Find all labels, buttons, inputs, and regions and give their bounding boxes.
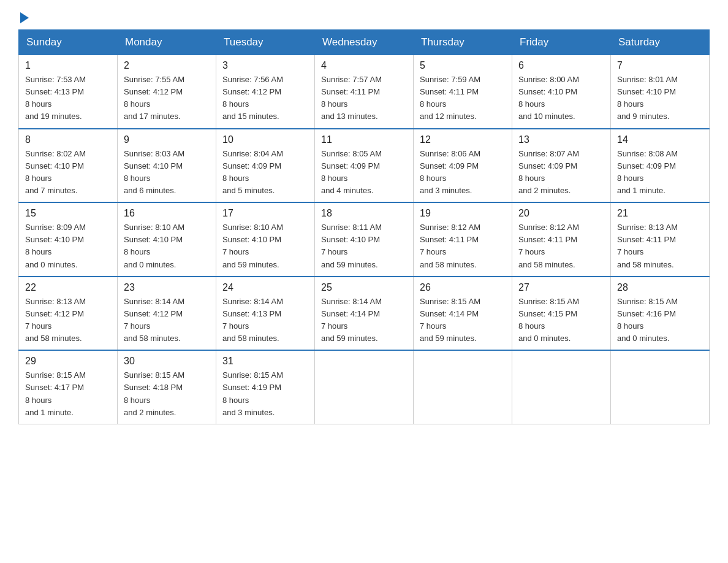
day-number: 3 bbox=[222, 60, 308, 71]
calendar-week-row: 8Sunrise: 8:02 AMSunset: 4:10 PM8 hoursa… bbox=[19, 129, 710, 203]
calendar-week-row: 29Sunrise: 8:15 AMSunset: 4:17 PM8 hours… bbox=[19, 350, 710, 424]
header-thursday: Thursday bbox=[414, 30, 512, 55]
day-info: Sunrise: 7:59 AMSunset: 4:11 PM8 hoursan… bbox=[420, 74, 506, 123]
day-number: 2 bbox=[124, 60, 210, 71]
calendar-cell: 8Sunrise: 8:02 AMSunset: 4:10 PM8 hoursa… bbox=[19, 129, 118, 203]
day-number: 23 bbox=[124, 282, 210, 293]
calendar-cell: 31Sunrise: 8:15 AMSunset: 4:19 PM8 hours… bbox=[216, 350, 315, 424]
day-number: 27 bbox=[518, 282, 604, 293]
calendar-cell: 7Sunrise: 8:01 AMSunset: 4:10 PM8 hoursa… bbox=[611, 55, 710, 129]
calendar-cell bbox=[315, 350, 414, 424]
day-info: Sunrise: 8:12 AMSunset: 4:11 PM7 hoursan… bbox=[420, 221, 506, 271]
day-info: Sunrise: 8:05 AMSunset: 4:09 PM8 hoursan… bbox=[321, 148, 407, 197]
calendar-cell: 10Sunrise: 8:04 AMSunset: 4:09 PM8 hours… bbox=[216, 129, 315, 203]
day-info: Sunrise: 8:14 AMSunset: 4:12 PM7 hoursan… bbox=[124, 296, 210, 345]
day-info: Sunrise: 8:13 AMSunset: 4:11 PM7 hoursan… bbox=[617, 221, 703, 271]
day-info: Sunrise: 8:07 AMSunset: 4:09 PM8 hoursan… bbox=[518, 148, 604, 197]
calendar-cell: 17Sunrise: 8:10 AMSunset: 4:10 PM7 hours… bbox=[216, 202, 315, 277]
calendar-cell: 11Sunrise: 8:05 AMSunset: 4:09 PM8 hours… bbox=[315, 129, 414, 203]
day-number: 4 bbox=[321, 60, 407, 71]
day-number: 28 bbox=[617, 282, 703, 293]
day-info: Sunrise: 7:53 AMSunset: 4:13 PM8 hoursan… bbox=[25, 74, 111, 123]
calendar-cell: 15Sunrise: 8:09 AMSunset: 4:10 PM8 hours… bbox=[19, 202, 118, 277]
calendar-cell: 14Sunrise: 8:08 AMSunset: 4:09 PM8 hours… bbox=[611, 129, 710, 203]
header-wednesday: Wednesday bbox=[315, 30, 414, 55]
logo bbox=[18, 12, 29, 23]
day-number: 26 bbox=[420, 282, 506, 293]
day-number: 17 bbox=[222, 208, 308, 219]
header-friday: Friday bbox=[512, 30, 611, 55]
day-info: Sunrise: 8:14 AMSunset: 4:13 PM7 hoursan… bbox=[222, 296, 308, 345]
day-info: Sunrise: 7:55 AMSunset: 4:12 PM8 hoursan… bbox=[124, 74, 210, 123]
day-info: Sunrise: 8:11 AMSunset: 4:10 PM7 hoursan… bbox=[321, 221, 407, 271]
calendar-cell: 3Sunrise: 7:56 AMSunset: 4:12 PM8 hoursa… bbox=[216, 55, 315, 129]
calendar-cell: 12Sunrise: 8:06 AMSunset: 4:09 PM8 hours… bbox=[414, 129, 512, 203]
day-number: 8 bbox=[25, 134, 111, 145]
calendar-week-row: 1Sunrise: 7:53 AMSunset: 4:13 PM8 hoursa… bbox=[19, 55, 710, 129]
calendar-cell: 13Sunrise: 8:07 AMSunset: 4:09 PM8 hours… bbox=[512, 129, 611, 203]
day-info: Sunrise: 8:12 AMSunset: 4:11 PM7 hoursan… bbox=[518, 221, 604, 271]
logo-arrow-icon bbox=[20, 12, 29, 23]
day-number: 5 bbox=[420, 60, 506, 71]
header bbox=[18, 12, 710, 23]
day-info: Sunrise: 8:15 AMSunset: 4:18 PM8 hoursan… bbox=[124, 369, 210, 419]
day-info: Sunrise: 7:56 AMSunset: 4:12 PM8 hoursan… bbox=[222, 74, 308, 123]
calendar-cell: 24Sunrise: 8:14 AMSunset: 4:13 PM7 hours… bbox=[216, 277, 315, 351]
day-number: 29 bbox=[25, 356, 111, 367]
calendar-week-row: 22Sunrise: 8:13 AMSunset: 4:12 PM7 hours… bbox=[19, 277, 710, 351]
day-number: 30 bbox=[124, 356, 210, 367]
calendar-cell bbox=[611, 350, 710, 424]
day-number: 18 bbox=[321, 208, 407, 219]
day-number: 20 bbox=[518, 208, 604, 219]
day-number: 12 bbox=[420, 134, 506, 145]
day-info: Sunrise: 8:15 AMSunset: 4:19 PM8 hoursan… bbox=[222, 369, 308, 419]
day-number: 13 bbox=[518, 134, 604, 145]
day-info: Sunrise: 8:10 AMSunset: 4:10 PM8 hoursan… bbox=[124, 221, 210, 271]
calendar-cell: 21Sunrise: 8:13 AMSunset: 4:11 PM7 hours… bbox=[611, 202, 710, 277]
day-info: Sunrise: 8:02 AMSunset: 4:10 PM8 hoursan… bbox=[25, 148, 111, 197]
calendar-cell: 4Sunrise: 7:57 AMSunset: 4:11 PM8 hoursa… bbox=[315, 55, 414, 129]
calendar-cell: 26Sunrise: 8:15 AMSunset: 4:14 PM7 hours… bbox=[414, 277, 512, 351]
calendar-cell: 19Sunrise: 8:12 AMSunset: 4:11 PM7 hours… bbox=[414, 202, 512, 277]
day-info: Sunrise: 8:09 AMSunset: 4:10 PM8 hoursan… bbox=[25, 221, 111, 271]
day-info: Sunrise: 8:15 AMSunset: 4:17 PM8 hoursan… bbox=[25, 369, 111, 419]
calendar-week-row: 15Sunrise: 8:09 AMSunset: 4:10 PM8 hours… bbox=[19, 202, 710, 277]
day-info: Sunrise: 8:15 AMSunset: 4:16 PM8 hoursan… bbox=[617, 296, 703, 345]
day-number: 24 bbox=[222, 282, 308, 293]
day-number: 21 bbox=[617, 208, 703, 219]
calendar-cell: 25Sunrise: 8:14 AMSunset: 4:14 PM7 hours… bbox=[315, 277, 414, 351]
calendar-cell: 28Sunrise: 8:15 AMSunset: 4:16 PM8 hours… bbox=[611, 277, 710, 351]
header-tuesday: Tuesday bbox=[216, 30, 315, 55]
day-info: Sunrise: 8:08 AMSunset: 4:09 PM8 hoursan… bbox=[617, 148, 703, 197]
day-info: Sunrise: 8:15 AMSunset: 4:15 PM8 hoursan… bbox=[518, 296, 604, 345]
day-number: 16 bbox=[124, 208, 210, 219]
day-info: Sunrise: 8:14 AMSunset: 4:14 PM7 hoursan… bbox=[321, 296, 407, 345]
day-number: 25 bbox=[321, 282, 407, 293]
day-number: 10 bbox=[222, 134, 308, 145]
calendar-cell: 5Sunrise: 7:59 AMSunset: 4:11 PM8 hoursa… bbox=[414, 55, 512, 129]
day-number: 7 bbox=[617, 60, 703, 71]
day-info: Sunrise: 8:01 AMSunset: 4:10 PM8 hoursan… bbox=[617, 74, 703, 123]
calendar-cell: 30Sunrise: 8:15 AMSunset: 4:18 PM8 hours… bbox=[118, 350, 216, 424]
calendar-cell: 20Sunrise: 8:12 AMSunset: 4:11 PM7 hours… bbox=[512, 202, 611, 277]
calendar-cell: 9Sunrise: 8:03 AMSunset: 4:10 PM8 hoursa… bbox=[118, 129, 216, 203]
day-info: Sunrise: 8:13 AMSunset: 4:12 PM7 hoursan… bbox=[25, 296, 111, 345]
calendar-cell: 16Sunrise: 8:10 AMSunset: 4:10 PM8 hours… bbox=[118, 202, 216, 277]
header-sunday: Sunday bbox=[19, 30, 118, 55]
calendar-cell: 1Sunrise: 7:53 AMSunset: 4:13 PM8 hoursa… bbox=[19, 55, 118, 129]
day-number: 19 bbox=[420, 208, 506, 219]
calendar-cell bbox=[512, 350, 611, 424]
calendar-cell: 6Sunrise: 8:00 AMSunset: 4:10 PM8 hoursa… bbox=[512, 55, 611, 129]
header-monday: Monday bbox=[118, 30, 216, 55]
day-info: Sunrise: 8:15 AMSunset: 4:14 PM7 hoursan… bbox=[420, 296, 506, 345]
day-number: 11 bbox=[321, 134, 407, 145]
day-info: Sunrise: 8:06 AMSunset: 4:09 PM8 hoursan… bbox=[420, 148, 506, 197]
calendar-table: SundayMondayTuesdayWednesdayThursdayFrid… bbox=[18, 29, 710, 424]
calendar-cell: 23Sunrise: 8:14 AMSunset: 4:12 PM7 hours… bbox=[118, 277, 216, 351]
day-info: Sunrise: 7:57 AMSunset: 4:11 PM8 hoursan… bbox=[321, 74, 407, 123]
day-number: 6 bbox=[518, 60, 604, 71]
day-number: 14 bbox=[617, 134, 703, 145]
calendar-cell: 2Sunrise: 7:55 AMSunset: 4:12 PM8 hoursa… bbox=[118, 55, 216, 129]
day-number: 1 bbox=[25, 60, 111, 71]
day-info: Sunrise: 8:04 AMSunset: 4:09 PM8 hoursan… bbox=[222, 148, 308, 197]
